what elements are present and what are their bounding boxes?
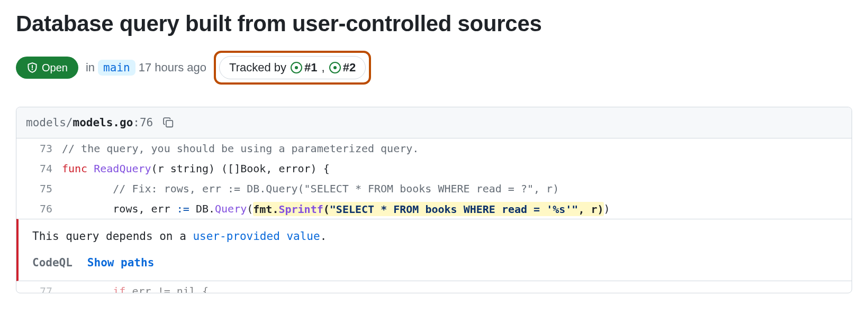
code-body: 77 if err != nil { xyxy=(16,281,852,293)
line-number: 76 xyxy=(16,199,62,219)
rest: err != nil { xyxy=(125,285,209,293)
fn: Query xyxy=(215,202,247,215)
issue-open-icon xyxy=(291,62,302,73)
code-line: 73 // the query, you should be using a p… xyxy=(16,138,852,159)
page-title: Database query built from user-controlle… xyxy=(16,11,852,37)
tracked-by-pill: Tracked by #1, #2 xyxy=(219,56,366,79)
path-prefix: models/ xyxy=(26,116,73,129)
kw: func xyxy=(62,162,87,175)
code-line: 76 rows, err := DB.Query(fmt.Sprintf("SE… xyxy=(16,199,852,219)
t: , r) xyxy=(578,202,603,215)
alert-actions: CodeQL Show paths xyxy=(32,256,838,269)
comment: // the query, you should be using a para… xyxy=(62,142,419,155)
line-number: 75 xyxy=(16,179,62,199)
highlighted-span: fmt.Sprintf("SELECT * FROM books WHERE r… xyxy=(253,202,603,216)
str: "SELECT * FROM books WHERE read = '%s'" xyxy=(330,202,578,215)
shield-alert-icon xyxy=(26,62,38,73)
t: ( xyxy=(247,202,253,215)
issue-ref: #1 xyxy=(304,61,317,75)
alert-message: This query depends on a user-provided va… xyxy=(32,230,838,243)
sep: : xyxy=(133,116,140,129)
rest: (r string) ([]Book, error) { xyxy=(151,162,330,175)
indent xyxy=(62,285,113,293)
kw: if xyxy=(113,285,125,293)
linenum: 76 xyxy=(140,116,153,129)
alert-box: This query depends on a user-provided va… xyxy=(16,219,852,281)
issue-open-icon xyxy=(329,62,341,73)
code-line: 74 func ReadQuery(r string) ([]Book, err… xyxy=(16,159,852,179)
svg-point-0 xyxy=(32,69,33,70)
meta-row: Open in main 17 hours ago Tracked by #1,… xyxy=(16,51,852,85)
codeql-label: CodeQL xyxy=(32,256,73,269)
state-badge: Open xyxy=(16,57,78,79)
show-paths-link[interactable]: Show paths xyxy=(87,256,154,269)
user-provided-value-link[interactable]: user-provided value xyxy=(193,230,320,243)
t: rows, err xyxy=(113,202,176,215)
tracked-issue-1[interactable]: #1 xyxy=(291,61,317,75)
filename: models.go xyxy=(73,116,133,129)
comment: // Fix: rows, err := DB.Query("SELECT * … xyxy=(113,182,559,195)
indent xyxy=(62,182,113,195)
indent xyxy=(62,202,113,215)
line-number: 73 xyxy=(16,138,62,159)
code-box: models/models.go:76 73 // the query, you… xyxy=(16,107,852,293)
t: ( xyxy=(323,202,330,215)
branch-chip[interactable]: main xyxy=(98,60,135,76)
code-body: 73 // the query, you should be using a p… xyxy=(16,138,852,219)
t: This query depends on a xyxy=(32,230,193,243)
tracked-issue-2[interactable]: #2 xyxy=(329,61,356,75)
t: . xyxy=(320,230,327,243)
fn: ReadQuery xyxy=(94,162,151,175)
in-label: in xyxy=(86,61,95,75)
line-number: 74 xyxy=(16,159,62,179)
branch-info: in main 17 hours ago xyxy=(86,60,206,76)
state-label: Open xyxy=(42,62,68,73)
tracked-label: Tracked by xyxy=(229,61,286,75)
t: DB. xyxy=(189,202,215,215)
issue-ref: #2 xyxy=(343,61,356,75)
t: fmt xyxy=(253,202,272,215)
code-line: 75 // Fix: rows, err := DB.Query("SELECT… xyxy=(16,179,852,199)
code-line: 77 if err != nil { xyxy=(16,281,852,293)
line-number: 77 xyxy=(16,281,62,293)
code-header: models/models.go:76 xyxy=(16,107,852,138)
sep: , xyxy=(322,61,325,75)
svg-rect-1 xyxy=(166,120,173,127)
age-text: 17 hours ago xyxy=(139,61,206,75)
op: := xyxy=(177,202,189,215)
fn: Sprintf xyxy=(278,202,323,215)
t: . xyxy=(272,202,278,215)
tracked-by-highlight: Tracked by #1, #2 xyxy=(214,51,371,85)
file-path[interactable]: models/models.go:76 xyxy=(26,116,153,129)
copy-icon xyxy=(162,117,174,128)
t: ) xyxy=(604,202,610,215)
copy-button[interactable] xyxy=(160,115,176,131)
